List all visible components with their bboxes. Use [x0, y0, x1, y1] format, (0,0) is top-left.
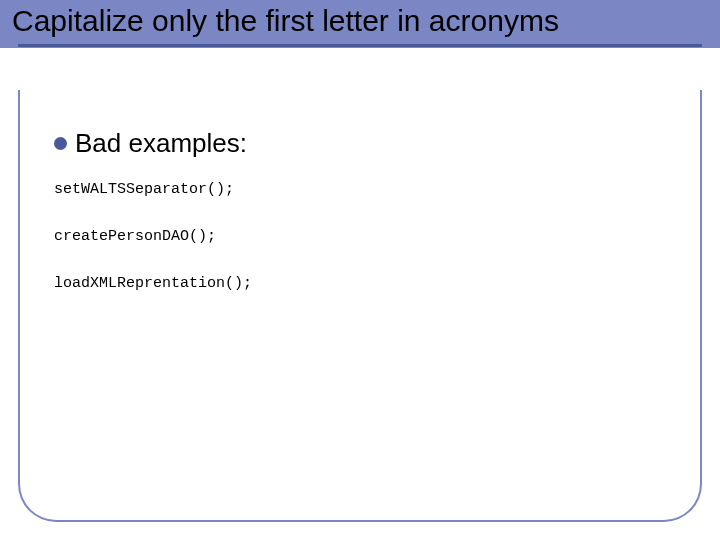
code-line: createPersonDAO(); — [54, 228, 680, 245]
title-underline-container — [0, 48, 720, 52]
code-line: setWALTSSeparator(); — [54, 181, 680, 198]
content-box: Bad examples: setWALTSSeparator(); creat… — [18, 90, 702, 522]
slide-title: Capitalize only the first letter in acro… — [12, 2, 708, 40]
bullet-icon — [54, 137, 67, 150]
code-line: loadXMLReprentation(); — [54, 275, 680, 292]
title-underline — [18, 44, 702, 47]
bullet-row: Bad examples: — [54, 128, 680, 159]
bullet-label: Bad examples: — [75, 128, 247, 159]
slide-header: Capitalize only the first letter in acro… — [0, 0, 720, 48]
